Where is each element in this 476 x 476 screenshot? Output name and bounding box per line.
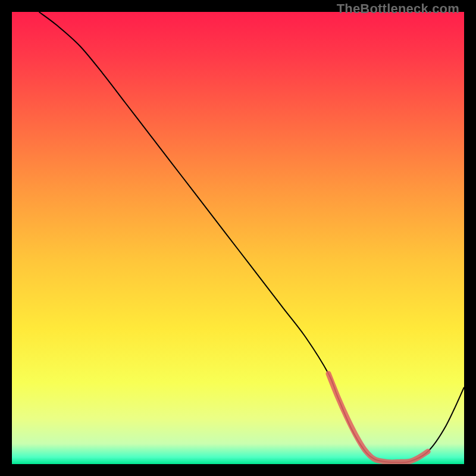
chart-frame [12, 12, 464, 464]
gradient-background [12, 12, 464, 464]
watermark-text: TheBottleneck.com [337, 1, 459, 17]
bottleneck-chart [12, 12, 464, 464]
